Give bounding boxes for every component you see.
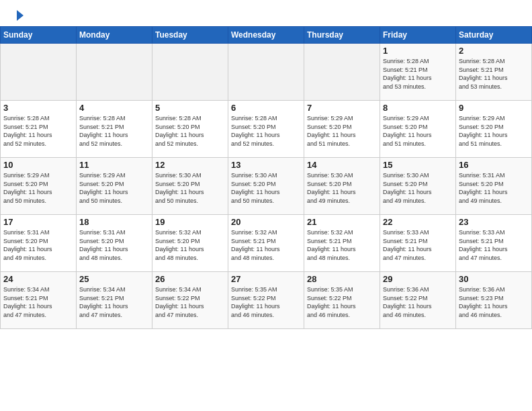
weekday-header-thursday: Thursday: [304, 27, 380, 44]
day-number: 16: [459, 160, 529, 170]
calendar-day: 18Sunrise: 5:31 AM Sunset: 5:20 PM Dayli…: [77, 215, 152, 272]
calendar-day: 20Sunrise: 5:32 AM Sunset: 5:21 PM Dayli…: [228, 215, 304, 272]
day-number: 24: [3, 274, 73, 284]
calendar-header: SundayMondayTuesdayWednesdayThursdayFrid…: [1, 27, 532, 44]
calendar-table: SundayMondayTuesdayWednesdayThursdayFrid…: [0, 26, 532, 329]
day-number: 29: [383, 274, 453, 284]
calendar-day: 8Sunrise: 5:29 AM Sunset: 5:20 PM Daylig…: [380, 101, 456, 158]
day-detail: Sunrise: 5:28 AM Sunset: 5:20 PM Dayligh…: [155, 114, 225, 148]
logo-general: [11, 8, 26, 22]
calendar-day: 25Sunrise: 5:34 AM Sunset: 5:21 PM Dayli…: [77, 272, 152, 329]
calendar-day: 23Sunrise: 5:33 AM Sunset: 5:21 PM Dayli…: [456, 215, 532, 272]
day-detail: Sunrise: 5:28 AM Sunset: 5:21 PM Dayligh…: [383, 57, 453, 91]
day-number: 20: [231, 217, 301, 227]
day-number: 11: [79, 160, 149, 170]
calendar-week-5: 24Sunrise: 5:34 AM Sunset: 5:21 PM Dayli…: [1, 272, 532, 329]
logo-triangle-icon: [11, 9, 25, 22]
day-detail: Sunrise: 5:29 AM Sunset: 5:20 PM Dayligh…: [459, 114, 529, 148]
calendar-week-3: 10Sunrise: 5:29 AM Sunset: 5:20 PM Dayli…: [1, 158, 532, 215]
day-number: 9: [459, 103, 529, 113]
calendar-day: 4Sunrise: 5:28 AM Sunset: 5:21 PM Daylig…: [77, 101, 152, 158]
day-number: 5: [155, 103, 225, 113]
calendar-day: [152, 44, 228, 101]
calendar-week-4: 17Sunrise: 5:31 AM Sunset: 5:20 PM Dayli…: [1, 215, 532, 272]
calendar-day: 29Sunrise: 5:36 AM Sunset: 5:22 PM Dayli…: [380, 272, 456, 329]
day-number: 22: [383, 217, 453, 227]
calendar-day: [228, 44, 304, 101]
calendar-week-1: 1Sunrise: 5:28 AM Sunset: 5:21 PM Daylig…: [1, 44, 532, 101]
day-number: 13: [231, 160, 301, 170]
calendar-day: 22Sunrise: 5:33 AM Sunset: 5:21 PM Dayli…: [380, 215, 456, 272]
day-detail: Sunrise: 5:30 AM Sunset: 5:20 PM Dayligh…: [155, 171, 225, 205]
day-number: 4: [79, 103, 149, 113]
calendar-day: 13Sunrise: 5:30 AM Sunset: 5:20 PM Dayli…: [228, 158, 304, 215]
calendar-day: 30Sunrise: 5:36 AM Sunset: 5:23 PM Dayli…: [456, 272, 532, 329]
day-detail: Sunrise: 5:31 AM Sunset: 5:20 PM Dayligh…: [3, 228, 73, 262]
day-number: 7: [307, 103, 377, 113]
weekday-header-tuesday: Tuesday: [152, 27, 228, 44]
day-number: 3: [3, 103, 73, 113]
calendar-day: 19Sunrise: 5:32 AM Sunset: 5:20 PM Dayli…: [152, 215, 228, 272]
day-number: 2: [459, 46, 529, 56]
day-detail: Sunrise: 5:33 AM Sunset: 5:21 PM Dayligh…: [383, 228, 453, 262]
day-detail: Sunrise: 5:31 AM Sunset: 5:20 PM Dayligh…: [459, 171, 529, 205]
day-number: 8: [383, 103, 453, 113]
calendar-day: 14Sunrise: 5:30 AM Sunset: 5:20 PM Dayli…: [304, 158, 380, 215]
calendar-day: 16Sunrise: 5:31 AM Sunset: 5:20 PM Dayli…: [456, 158, 532, 215]
calendar-day: 7Sunrise: 5:29 AM Sunset: 5:20 PM Daylig…: [304, 101, 380, 158]
day-number: 27: [231, 274, 301, 284]
day-detail: Sunrise: 5:30 AM Sunset: 5:20 PM Dayligh…: [307, 171, 377, 205]
calendar-day: 1Sunrise: 5:28 AM Sunset: 5:21 PM Daylig…: [380, 44, 456, 101]
calendar-day: 17Sunrise: 5:31 AM Sunset: 5:20 PM Dayli…: [1, 215, 77, 272]
day-number: 19: [155, 217, 225, 227]
calendar-day: [77, 44, 152, 101]
calendar-day: [1, 44, 77, 101]
svg-marker-0: [17, 10, 24, 21]
day-number: 17: [3, 217, 73, 227]
calendar-day: 21Sunrise: 5:32 AM Sunset: 5:21 PM Dayli…: [304, 215, 380, 272]
weekday-header-friday: Friday: [380, 27, 456, 44]
weekday-header-monday: Monday: [77, 27, 152, 44]
logo: [11, 8, 26, 19]
calendar-day: 12Sunrise: 5:30 AM Sunset: 5:20 PM Dayli…: [152, 158, 228, 215]
day-detail: Sunrise: 5:29 AM Sunset: 5:20 PM Dayligh…: [307, 114, 377, 148]
day-number: 12: [155, 160, 225, 170]
day-detail: Sunrise: 5:34 AM Sunset: 5:22 PM Dayligh…: [155, 285, 225, 319]
calendar-day: 27Sunrise: 5:35 AM Sunset: 5:22 PM Dayli…: [228, 272, 304, 329]
day-detail: Sunrise: 5:29 AM Sunset: 5:20 PM Dayligh…: [79, 171, 149, 205]
day-detail: Sunrise: 5:28 AM Sunset: 5:20 PM Dayligh…: [231, 114, 301, 148]
day-detail: Sunrise: 5:32 AM Sunset: 5:20 PM Dayligh…: [155, 228, 225, 262]
calendar-day: 6Sunrise: 5:28 AM Sunset: 5:20 PM Daylig…: [228, 101, 304, 158]
day-number: 28: [307, 274, 377, 284]
day-detail: Sunrise: 5:30 AM Sunset: 5:20 PM Dayligh…: [231, 171, 301, 205]
page-header: [0, 0, 532, 24]
day-detail: Sunrise: 5:34 AM Sunset: 5:21 PM Dayligh…: [3, 285, 73, 319]
day-detail: Sunrise: 5:28 AM Sunset: 5:21 PM Dayligh…: [79, 114, 149, 148]
calendar-day: 26Sunrise: 5:34 AM Sunset: 5:22 PM Dayli…: [152, 272, 228, 329]
day-number: 18: [79, 217, 149, 227]
day-detail: Sunrise: 5:36 AM Sunset: 5:23 PM Dayligh…: [459, 285, 529, 319]
day-detail: Sunrise: 5:32 AM Sunset: 5:21 PM Dayligh…: [231, 228, 301, 262]
day-detail: Sunrise: 5:36 AM Sunset: 5:22 PM Dayligh…: [383, 285, 453, 319]
calendar-day: 24Sunrise: 5:34 AM Sunset: 5:21 PM Dayli…: [1, 272, 77, 329]
calendar-day: 5Sunrise: 5:28 AM Sunset: 5:20 PM Daylig…: [152, 101, 228, 158]
day-number: 30: [459, 274, 529, 284]
day-number: 1: [383, 46, 453, 56]
day-detail: Sunrise: 5:29 AM Sunset: 5:20 PM Dayligh…: [383, 114, 453, 148]
weekday-header-wednesday: Wednesday: [228, 27, 304, 44]
day-number: 15: [383, 160, 453, 170]
day-detail: Sunrise: 5:35 AM Sunset: 5:22 PM Dayligh…: [307, 285, 377, 319]
calendar-week-2: 3Sunrise: 5:28 AM Sunset: 5:21 PM Daylig…: [1, 101, 532, 158]
day-detail: Sunrise: 5:33 AM Sunset: 5:21 PM Dayligh…: [459, 228, 529, 262]
weekday-header-sunday: Sunday: [1, 27, 77, 44]
day-detail: Sunrise: 5:28 AM Sunset: 5:21 PM Dayligh…: [3, 114, 73, 148]
calendar-day: 9Sunrise: 5:29 AM Sunset: 5:20 PM Daylig…: [456, 101, 532, 158]
calendar-day: [304, 44, 380, 101]
weekday-header-saturday: Saturday: [456, 27, 532, 44]
calendar-body: 1Sunrise: 5:28 AM Sunset: 5:21 PM Daylig…: [1, 44, 532, 329]
day-number: 14: [307, 160, 377, 170]
day-number: 21: [307, 217, 377, 227]
day-number: 25: [79, 274, 149, 284]
day-detail: Sunrise: 5:31 AM Sunset: 5:20 PM Dayligh…: [79, 228, 149, 262]
day-number: 26: [155, 274, 225, 284]
